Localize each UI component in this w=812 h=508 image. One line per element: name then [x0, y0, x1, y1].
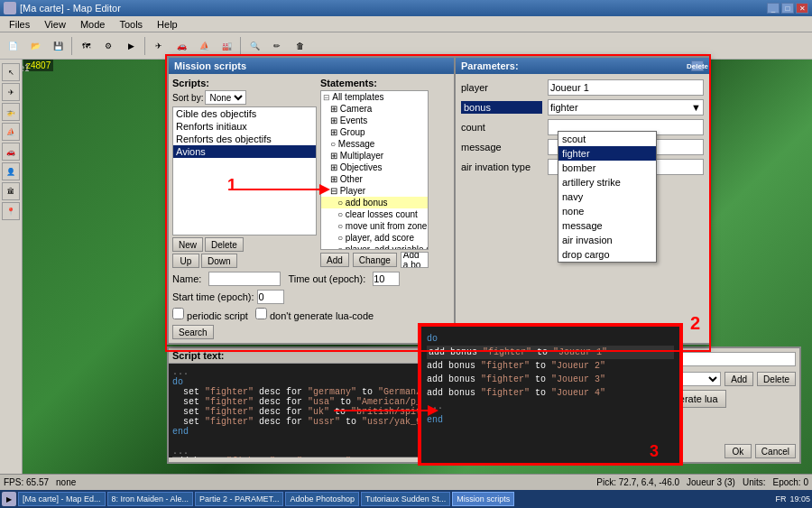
- toolbar-btn10[interactable]: 🗑: [289, 36, 310, 56]
- tree-all-templates[interactable]: ⊟ All templates: [321, 91, 428, 103]
- param-bonus-dropdown[interactable]: fighter ▼: [548, 99, 704, 115]
- start-time-label: Start time (epoch):: [172, 291, 254, 302]
- cancel-button[interactable]: Cancel: [755, 444, 796, 458]
- search-button[interactable]: Search: [172, 325, 214, 339]
- tree-other[interactable]: ⊞ Other: [321, 173, 428, 185]
- toolbar-save[interactable]: 💾: [47, 36, 69, 56]
- ok-button[interactable]: Ok: [724, 444, 752, 458]
- dropdown-navy[interactable]: navy: [558, 189, 656, 204]
- toolbar-btn6[interactable]: ⛵: [193, 36, 215, 56]
- dropdown-popup: scout fighter bomber artillery strike na…: [558, 131, 657, 263]
- tree-move-unit[interactable]: ○ move unit from zone to zone: [321, 220, 428, 232]
- toolbar-new[interactable]: 📄: [2, 36, 23, 56]
- periodic-checkbox[interactable]: [172, 308, 184, 319]
- taskbar-item-3[interactable]: Adobe Photoshop: [285, 492, 359, 506]
- left-tool-2[interactable]: ✈: [2, 83, 20, 101]
- taskbar-item-2[interactable]: Partie 2 - PARAMET...: [195, 492, 283, 506]
- toolbar-btn9[interactable]: ✏: [266, 36, 288, 56]
- minimize-button[interactable]: _: [767, 3, 780, 14]
- script-text-header: Script text:: [169, 348, 422, 364]
- timeout-input[interactable]: [373, 272, 400, 286]
- tree-clear-losses[interactable]: ○ clear losses count: [321, 208, 428, 220]
- taskbar-start[interactable]: ▶: [2, 492, 16, 506]
- menu-view[interactable]: View: [37, 16, 73, 32]
- menu-files[interactable]: Files: [2, 16, 37, 32]
- title-text: [Ma carte] - Map Editor: [20, 3, 121, 14]
- tree-objectives[interactable]: ⊞ Objectives: [321, 162, 428, 173]
- scripts-list: Cible des objectifs Renforts initiaux Re…: [172, 106, 317, 236]
- sort-label: Sort by:: [172, 93, 203, 103]
- new-button[interactable]: New: [172, 237, 203, 252]
- toolbar-btn5[interactable]: 🚗: [171, 36, 192, 56]
- tree-player-add-var[interactable]: ○ player, add variable score: [321, 244, 428, 250]
- add-change-row: Add Change Add a bo: [320, 252, 429, 268]
- params-delete-button[interactable]: Delete: [691, 60, 704, 71]
- dropdown-scout[interactable]: scout: [558, 132, 656, 146]
- scripts-label: Scripts:: [172, 78, 209, 88]
- no-lua-label[interactable]: don't generate lua-code: [255, 308, 374, 321]
- name-input[interactable]: [208, 272, 281, 286]
- annotation-3: 3: [650, 442, 659, 461]
- script-item-3[interactable]: Avions: [173, 145, 316, 158]
- periodic-label[interactable]: periodic script: [172, 308, 248, 321]
- taskbar-item-4[interactable]: Tutoriaux Sudden St...: [361, 492, 450, 506]
- param-player-label: player: [461, 82, 542, 93]
- tree-camera[interactable]: ⊞ Camera: [321, 103, 428, 115]
- script-item-1[interactable]: Renforts initiaux: [173, 120, 316, 133]
- tree-multiplayer[interactable]: ⊞ Multiplayer: [321, 150, 428, 162]
- menu-help[interactable]: Help: [150, 16, 185, 32]
- toolbar-btn1[interactable]: 🗺: [75, 36, 97, 56]
- tree-message[interactable]: ○ Message: [321, 138, 428, 150]
- scripts-header: Scripts:: [172, 78, 317, 88]
- taskbar-item-1[interactable]: 8: Iron Maiden - Ale...: [107, 492, 194, 506]
- script-item-0[interactable]: Cible des objectifs: [173, 107, 316, 120]
- name-label: Name:: [172, 273, 201, 284]
- toolbar-open[interactable]: 📂: [24, 36, 46, 56]
- sort-select[interactable]: None: [205, 90, 246, 105]
- preset-delete-button[interactable]: Delete: [757, 372, 796, 386]
- tree-group[interactable]: ⊞ Group: [321, 126, 428, 138]
- tree-player[interactable]: ⊟ Player: [321, 185, 428, 197]
- left-tool-7[interactable]: 🏛: [2, 182, 20, 200]
- maximize-button[interactable]: □: [781, 3, 794, 14]
- dropdown-arrow-icon: ▼: [691, 102, 701, 113]
- left-tool-3[interactable]: 🚁: [2, 103, 20, 121]
- toolbar-btn3[interactable]: ▶: [120, 36, 142, 56]
- tree-player-add-score[interactable]: ○ player, add score: [321, 232, 428, 244]
- dropdown-drop-cargo[interactable]: drop cargo: [558, 247, 656, 262]
- toolbar-btn4[interactable]: ✈: [148, 36, 170, 56]
- left-tool-4[interactable]: ⛵: [2, 123, 20, 141]
- taskbar-item-0[interactable]: [Ma carte] - Map Ed...: [18, 492, 106, 506]
- delete-button[interactable]: Delete: [205, 237, 244, 252]
- toolbar-btn8[interactable]: 🔍: [244, 36, 265, 56]
- preset-add-button[interactable]: Add: [724, 372, 753, 386]
- menu-mode[interactable]: Mode: [73, 16, 113, 32]
- tree-add-bonus[interactable]: ○ add bonus: [321, 197, 428, 208]
- start-time-input[interactable]: [257, 290, 284, 304]
- add-statement-button[interactable]: Add: [320, 253, 349, 267]
- param-player-input[interactable]: [548, 79, 704, 96]
- dropdown-air-invasion[interactable]: air invasion: [558, 233, 656, 247]
- dropdown-artillery[interactable]: artillery strike: [558, 175, 656, 189]
- left-tool-1[interactable]: ↖: [2, 63, 20, 81]
- toolbar-btn2[interactable]: ⚙: [97, 36, 119, 56]
- script-text-area[interactable]: ... do set "fighter" desc for "germany" …: [169, 364, 422, 457]
- toolbar-btn7[interactable]: 🏭: [216, 36, 237, 56]
- dropdown-bomber[interactable]: bomber: [558, 161, 656, 175]
- dropdown-fighter[interactable]: fighter: [558, 146, 656, 161]
- close-button[interactable]: ✕: [796, 3, 808, 14]
- dropdown-message[interactable]: message: [558, 218, 656, 233]
- taskbar-item-5[interactable]: Mission scripts: [452, 492, 514, 506]
- change-button[interactable]: Change: [353, 253, 397, 267]
- left-tool-8[interactable]: 📍: [2, 202, 20, 220]
- up-button[interactable]: Up: [172, 254, 199, 268]
- down-button[interactable]: Down: [201, 254, 237, 268]
- tree-events[interactable]: ⊞ Events: [321, 115, 428, 126]
- no-lua-checkbox[interactable]: [255, 308, 267, 319]
- left-panel: ↖ ✈ 🚁 ⛵ 🚗 👤 🏛 📍: [0, 60, 23, 490]
- menu-tools[interactable]: Tools: [112, 16, 150, 32]
- left-tool-6[interactable]: 👤: [2, 162, 20, 180]
- script-item-2[interactable]: Renforts des objectifs: [173, 133, 316, 145]
- left-tool-5[interactable]: 🚗: [2, 143, 20, 161]
- dropdown-none[interactable]: none: [558, 204, 656, 218]
